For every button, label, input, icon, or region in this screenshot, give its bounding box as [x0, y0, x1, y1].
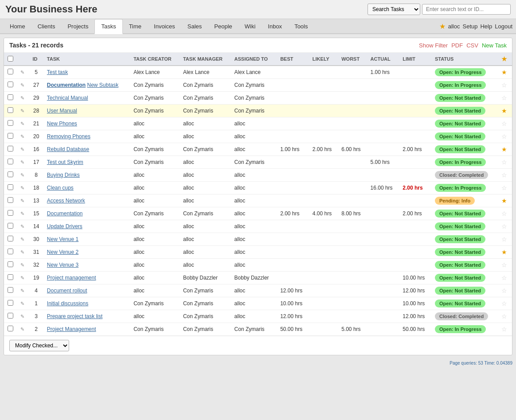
- star-filled-icon[interactable]: ★: [501, 69, 507, 76]
- star-empty-icon[interactable]: ☆: [501, 274, 507, 281]
- edit-icon[interactable]: ✎: [20, 82, 24, 88]
- edit-icon[interactable]: ✎: [20, 211, 24, 216]
- nav-wiki[interactable]: Wiki: [238, 19, 262, 33]
- star-empty-icon[interactable]: ☆: [501, 94, 507, 101]
- task-link[interactable]: Documentation: [47, 210, 83, 217]
- task-link[interactable]: Test task: [47, 69, 68, 75]
- nav-setup[interactable]: Setup: [463, 23, 478, 30]
- new-task-link[interactable]: New Task: [482, 42, 507, 49]
- edit-icon[interactable]: ✎: [20, 198, 24, 203]
- edit-icon[interactable]: ✎: [20, 237, 24, 242]
- search-dropdown[interactable]: Search Tasks Search Clients Search Proje…: [367, 4, 420, 15]
- task-link[interactable]: Access Network: [47, 198, 85, 204]
- nav-home[interactable]: Home: [4, 19, 31, 33]
- row-checkbox[interactable]: [8, 69, 13, 74]
- task-link[interactable]: New Venue 3: [47, 262, 78, 268]
- nav-invoices[interactable]: Invoices: [148, 19, 181, 33]
- nav-people[interactable]: People: [208, 19, 238, 33]
- row-checkbox[interactable]: [8, 261, 13, 267]
- row-checkbox[interactable]: [8, 236, 13, 241]
- row-checkbox[interactable]: [8, 326, 13, 331]
- csv-link[interactable]: CSV: [466, 42, 478, 49]
- edit-icon[interactable]: ✎: [20, 185, 24, 191]
- row-checkbox[interactable]: [8, 107, 13, 113]
- edit-icon[interactable]: ✎: [20, 224, 24, 229]
- task-link[interactable]: Buying Drinks: [47, 172, 80, 178]
- nav-clients[interactable]: Clients: [31, 19, 62, 33]
- new-subtask-link[interactable]: New Subtask: [87, 82, 119, 88]
- row-checkbox[interactable]: [8, 313, 13, 319]
- task-link[interactable]: Initial discussions: [47, 300, 88, 307]
- nav-tasks[interactable]: Tasks: [94, 19, 122, 34]
- task-link[interactable]: New Venue 1: [47, 236, 78, 242]
- nav-projects[interactable]: Projects: [61, 19, 94, 33]
- edit-icon[interactable]: ✎: [20, 327, 24, 332]
- task-link[interactable]: Project management: [47, 275, 96, 281]
- edit-icon[interactable]: ✎: [20, 262, 24, 268]
- select-all-checkbox[interactable]: [8, 56, 13, 62]
- task-link[interactable]: Rebuild Database: [47, 146, 89, 152]
- star-filled-icon[interactable]: ★: [501, 249, 507, 256]
- row-checkbox[interactable]: [8, 300, 13, 306]
- row-checkbox[interactable]: [8, 210, 13, 216]
- nav-logout[interactable]: Logout: [495, 23, 512, 30]
- edit-icon[interactable]: ✎: [20, 108, 24, 113]
- edit-icon[interactable]: ✎: [20, 121, 24, 126]
- star-empty-icon[interactable]: ☆: [501, 326, 507, 333]
- star-empty-icon[interactable]: ☆: [501, 261, 507, 268]
- star-empty-icon[interactable]: ☆: [501, 133, 507, 140]
- row-checkbox[interactable]: [8, 94, 13, 100]
- task-link[interactable]: Test out Skyrim: [47, 159, 83, 165]
- edit-icon[interactable]: ✎: [20, 134, 24, 139]
- star-empty-icon[interactable]: ☆: [501, 287, 507, 294]
- task-link[interactable]: Update Drivers: [47, 223, 82, 229]
- modify-checked-dropdown[interactable]: Modify Checked...: [9, 340, 69, 351]
- task-link[interactable]: User Manual: [47, 108, 77, 114]
- row-checkbox[interactable]: [8, 146, 13, 152]
- edit-icon[interactable]: ✎: [20, 275, 24, 280]
- row-checkbox[interactable]: [8, 171, 13, 177]
- edit-icon[interactable]: ✎: [20, 301, 24, 306]
- edit-icon[interactable]: ✎: [20, 95, 24, 101]
- edit-icon[interactable]: ✎: [20, 314, 24, 319]
- star-empty-icon[interactable]: ☆: [501, 313, 507, 320]
- star-empty-icon[interactable]: ☆: [501, 223, 507, 230]
- star-empty-icon[interactable]: ☆: [501, 159, 507, 166]
- nav-alloc[interactable]: alloc: [448, 23, 460, 30]
- edit-icon[interactable]: ✎: [20, 249, 24, 255]
- star-empty-icon[interactable]: ☆: [501, 300, 507, 307]
- task-link[interactable]: Documentation: [47, 82, 86, 88]
- task-link[interactable]: New Phones: [47, 121, 77, 127]
- row-checkbox[interactable]: [8, 159, 13, 164]
- row-checkbox[interactable]: [8, 82, 13, 87]
- show-filter-link[interactable]: Show Filter: [419, 42, 448, 49]
- task-link[interactable]: Clean cups: [47, 185, 74, 191]
- row-checkbox[interactable]: [8, 223, 13, 229]
- task-link[interactable]: Document rollout: [47, 288, 87, 294]
- edit-icon[interactable]: ✎: [20, 159, 24, 165]
- task-link[interactable]: New Venue 2: [47, 249, 78, 255]
- pdf-link[interactable]: PDF: [451, 42, 463, 49]
- star-empty-icon[interactable]: ☆: [501, 82, 507, 89]
- star-empty-icon[interactable]: ☆: [501, 210, 507, 217]
- search-input[interactable]: [422, 4, 511, 15]
- row-checkbox[interactable]: [8, 120, 13, 126]
- star-empty-icon[interactable]: ☆: [501, 120, 507, 127]
- page-queries-link[interactable]: Page queries: 53 Time: 0.04389: [450, 361, 512, 366]
- star-filled-icon[interactable]: ★: [501, 107, 507, 114]
- edit-icon[interactable]: ✎: [20, 147, 24, 152]
- task-link[interactable]: Technical Manual: [47, 95, 88, 101]
- edit-icon[interactable]: ✎: [20, 288, 24, 293]
- row-checkbox[interactable]: [8, 133, 13, 139]
- row-checkbox[interactable]: [8, 287, 13, 293]
- nav-tools[interactable]: Tools: [288, 19, 314, 33]
- row-checkbox[interactable]: [8, 184, 13, 190]
- star-filled-icon[interactable]: ★: [501, 197, 507, 204]
- row-checkbox[interactable]: [8, 274, 13, 280]
- edit-icon[interactable]: ✎: [20, 70, 24, 75]
- star-empty-icon[interactable]: ☆: [501, 236, 507, 243]
- star-empty-icon[interactable]: ☆: [501, 184, 507, 191]
- edit-icon[interactable]: ✎: [20, 172, 24, 178]
- nav-inbox[interactable]: Inbox: [262, 19, 288, 33]
- row-checkbox[interactable]: [8, 249, 13, 254]
